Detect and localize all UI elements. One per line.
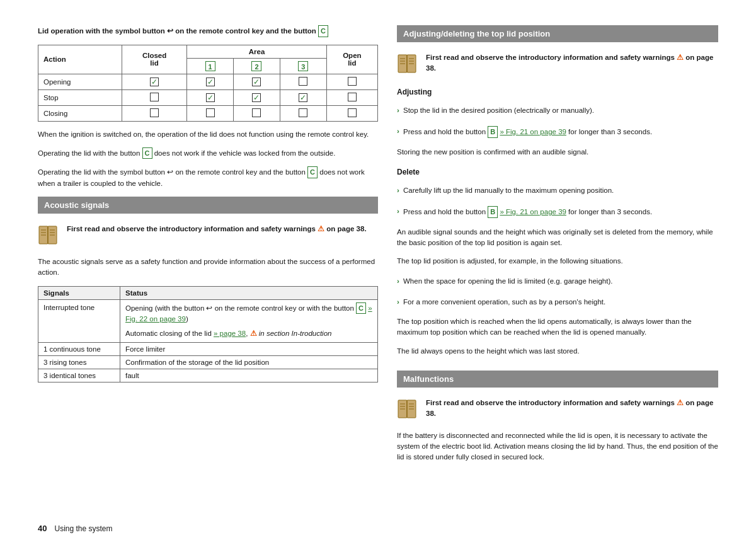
table-row: Interrupted tone Opening (with the butto… — [38, 299, 378, 342]
opening-label: Opening — [38, 74, 122, 89]
ignition-para: When the ignition is switched on, the op… — [38, 129, 378, 140]
interrupted-tone-label: Interrupted tone — [38, 299, 120, 342]
page-number: 40 — [38, 524, 47, 533]
opening-a3 — [280, 74, 326, 89]
symbol-button-para: Operating the lid with the symbol button… — [38, 166, 378, 189]
interrupted-tone-status: Opening (with the button ↩ on the remote… — [120, 299, 378, 342]
delete-bullet1: Carefully lift up the lid manually to th… — [397, 185, 718, 196]
lid-operation-intro: Lid operation with the symbol button ↩ o… — [38, 25, 378, 37]
closed-lid-header: Closedlid — [122, 45, 186, 74]
table-row: Closing — [38, 105, 378, 121]
delete-bullet2: Press and hold the button B » Fig. 21 on… — [397, 206, 718, 218]
rising-tones-label: 3 rising tones — [38, 355, 120, 369]
malfunction-warning-box: First read and observe the introductory … — [397, 395, 718, 423]
adjust-bullet2: Press and hold the button B » Fig. 21 on… — [397, 126, 718, 138]
closing-a1 — [187, 105, 234, 121]
closing-label: Closing — [38, 105, 122, 121]
book-icon-malfunction — [397, 398, 420, 420]
footer-text: Using the system — [54, 524, 112, 533]
acoustic-warning-text: First read and observe the introductory … — [67, 224, 367, 234]
stop-a3: ✓ — [280, 89, 326, 105]
open-lid-header: Openlid — [326, 45, 377, 74]
adjust-bullet1: Stop the lid in the desired position (el… — [397, 105, 718, 116]
opening-closed: ✓ — [122, 74, 186, 89]
delete-subheading: Delete — [397, 168, 718, 176]
toppos-para2: The top position which is reached when t… — [397, 316, 718, 338]
acoustic-warning-box: First read and observe the introductory … — [38, 221, 378, 249]
status-col-header: Status — [120, 286, 378, 299]
delete-para: An audible signal sounds and the height … — [397, 227, 718, 249]
table-row: Opening ✓ ✓ ✓ — [38, 74, 378, 89]
stop-closed — [122, 89, 186, 105]
opening-a2: ✓ — [234, 74, 280, 89]
book-icon-right — [397, 52, 420, 75]
button-c-para: Operating the lid with the button C does… — [38, 147, 378, 159]
closing-open — [326, 105, 377, 121]
continuous-tone-label: 1 continuous tone — [38, 342, 120, 355]
table-row: Stop ✓ ✓ ✓ — [38, 89, 378, 105]
table-row: 3 rising tones Confirmation of the stora… — [38, 355, 378, 369]
stop-open — [326, 89, 377, 105]
adjust-warning-text: First read and observe the introductory … — [426, 52, 718, 74]
toppos-para3: The lid always opens to the height which… — [397, 346, 718, 357]
toppos-para: The top lid position is adjusted, for ex… — [397, 256, 718, 267]
closing-a3 — [280, 105, 326, 121]
adjust-header: Adjusting/deleting the top lid position — [397, 25, 718, 42]
acoustic-signals-header: Acoustic signals — [38, 197, 378, 214]
closing-closed — [122, 105, 186, 121]
stop-label: Stop — [38, 89, 122, 105]
area-header: Area — [187, 45, 326, 58]
action-header: Action — [38, 45, 122, 74]
opening-open — [326, 74, 377, 89]
stop-a2: ✓ — [234, 89, 280, 105]
toppos-bullet1: When the space for opening the lid is li… — [397, 276, 718, 287]
stop-a1: ✓ — [187, 89, 234, 105]
continuous-tone-status: Force limiter — [120, 342, 378, 355]
left-column: Lid operation with the symbol button ↩ o… — [38, 25, 378, 527]
signals-table: Signals Status Interrupted tone Opening … — [38, 286, 378, 382]
adjusting-confirm-para: Storing the new position is confirmed wi… — [397, 147, 718, 158]
acoustic-para: The acoustic signals serve as a safety f… — [38, 256, 378, 279]
action-table: Action Closedlid Area Openlid 1 2 3 — [38, 45, 378, 122]
area3-header: 3 — [280, 58, 326, 74]
page-footer: 40 Using the system — [38, 524, 113, 533]
toppos-bullet2: For a more convenient operation, such as… — [397, 297, 718, 308]
adjusting-subheading: Adjusting — [397, 88, 718, 96]
opening-a1: ✓ — [187, 74, 234, 89]
closing-a2 — [234, 105, 280, 121]
table-row: 3 identical tones fault — [38, 369, 378, 382]
book-icon — [38, 224, 60, 246]
malfunction-para: If the battery is disconnected and recon… — [397, 430, 718, 463]
area1-header: 1 — [187, 58, 234, 74]
identical-tones-status: fault — [120, 369, 378, 382]
right-column: Adjusting/deleting the top lid position … — [397, 25, 718, 527]
area2-header: 2 — [234, 58, 280, 74]
adjust-warning-box: First read and observe the introductory … — [397, 50, 718, 78]
rising-tones-status: Confirmation of the storage of the lid p… — [120, 355, 378, 369]
signals-col-header: Signals — [38, 286, 120, 299]
malfunction-warning-text: First read and observe the introductory … — [426, 398, 718, 420]
table-row: 1 continuous tone Force limiter — [38, 342, 378, 355]
identical-tones-label: 3 identical tones — [38, 369, 120, 382]
malfunctions-header: Malfunctions — [397, 371, 718, 388]
